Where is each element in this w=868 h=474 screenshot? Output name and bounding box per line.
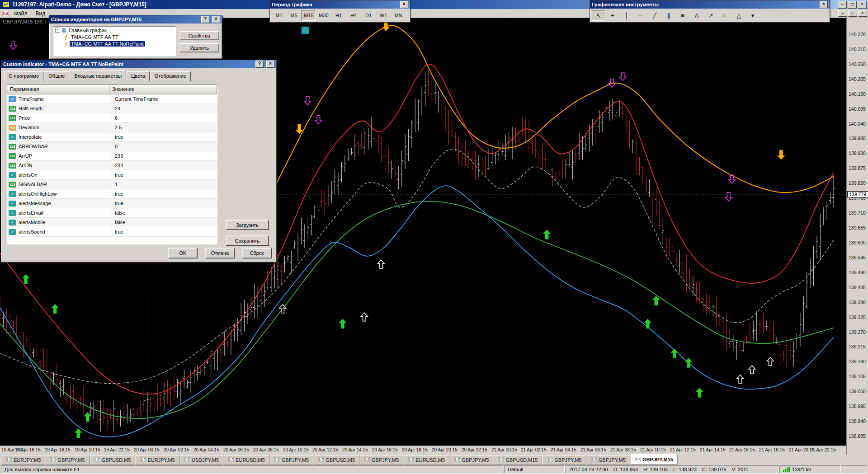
graphic-toolbar-close-icon[interactable]: ×: [820, 1, 828, 8]
close-icon[interactable]: ×: [212, 16, 220, 23]
period-h4-button[interactable]: H4: [346, 10, 361, 21]
-button[interactable]: Сброс: [242, 248, 272, 258]
ellipse-tool-button[interactable]: ○: [718, 10, 731, 21]
indicator-list-dialog-title[interactable]: Список индикаторов на GBPJPY,M15 ? ×: [49, 15, 222, 23]
parameter-value[interactable]: Current TimeFrame: [112, 96, 217, 102]
period-toolbar-close-icon[interactable]: ×: [400, 1, 408, 8]
period-m15-button[interactable]: M15: [302, 10, 316, 21]
arrow-object-tool-button[interactable]: ↗: [704, 10, 717, 21]
chart-tab-gbpjpy-m5[interactable]: GBPJPY,M5: [587, 455, 630, 465]
period-toolbar-title[interactable]: Период графика ×: [270, 0, 410, 9]
parameter-row[interactable]: ✓alertsSoundtrue: [7, 227, 217, 237]
parameter-value[interactable]: true: [112, 201, 217, 206]
price-axis[interactable]: 139.779 140.370140.315140.260140.205140.…: [846, 18, 868, 455]
triangle-tool-button[interactable]: △: [732, 10, 745, 21]
more-tool-button[interactable]: ▾: [746, 10, 760, 21]
horizontal-line-tool-button[interactable]: ─: [634, 10, 647, 21]
-button[interactable]: Загрузить: [226, 220, 269, 230]
-button[interactable]: Свойства: [179, 31, 219, 40]
graphic-toolbar-title[interactable]: Графические инструменты ×: [590, 0, 830, 9]
indicator-item[interactable]: ƒTMA+CG MTF AA TT: [53, 33, 175, 40]
period-m1-button[interactable]: M1: [272, 10, 286, 21]
time-axis[interactable]: 19 Apr 201719 Apr 16:1519 Apr 18:1519 Ap…: [0, 446, 846, 455]
-button[interactable]: Удалить: [179, 43, 219, 52]
-button[interactable]: Отмена: [205, 248, 235, 258]
equidistant-channel-tool-button[interactable]: ∥: [662, 10, 675, 21]
trendline-tool-button[interactable]: ╱: [648, 10, 661, 21]
chart-tab-gbpjpy-m5[interactable]: GBPJPY,M5: [542, 455, 586, 465]
-button[interactable]: Сохранить: [226, 235, 269, 246]
parameter-row[interactable]: 123ARROWBAR0: [7, 142, 217, 151]
chart-tab-gbpjpy-m5[interactable]: GBPJPY,M5: [46, 455, 89, 465]
menu-item-[interactable]: Вид: [32, 9, 50, 18]
tree-root-item[interactable]: −▦Главный график: [53, 27, 175, 33]
chart-tab-gbpjpy-m5[interactable]: GBPJPY,M5: [270, 455, 313, 465]
chart-tab-eurjpy-m5[interactable]: EURJPY,M5: [136, 455, 179, 465]
parameter-row[interactable]: 123SIGNALBAR1: [7, 180, 217, 189]
tab-[interactable]: Цвета: [127, 71, 150, 81]
chart-tab-eurusd-m5[interactable]: EURUSD,M5: [224, 455, 269, 465]
period-mn-button[interactable]: MN: [391, 10, 406, 21]
chart-tab-usdjpy-m5[interactable]: USDJPY,M5: [180, 455, 223, 465]
parameter-value[interactable]: false: [112, 220, 217, 225]
parameter-value[interactable]: false: [112, 210, 217, 216]
parameter-row[interactable]: ✓alertsMobilefalse: [7, 218, 217, 227]
crosshair-tool-button[interactable]: +: [606, 10, 619, 21]
window-close-button[interactable]: ×: [858, 1, 867, 9]
chart-tab-gbpusd-m5[interactable]: GBPUSD,M5: [314, 455, 359, 465]
parameter-row[interactable]: 123ArrDN234: [7, 161, 217, 170]
parameter-row[interactable]: ✓alertsOnHighLowtrue: [7, 189, 217, 199]
tab-[interactable]: Отображение: [150, 71, 191, 81]
parameter-row[interactable]: 0.5Deviation2.5: [7, 123, 217, 132]
close-icon[interactable]: ×: [266, 61, 274, 68]
parameters-table[interactable]: ПеременнаяЗначениеabTimeFrameCurrent Tim…: [7, 84, 217, 244]
help-icon[interactable]: ?: [255, 61, 264, 68]
fibonacci-tool-button[interactable]: ≡: [676, 10, 689, 21]
chart-tab-gbpusd-m5[interactable]: GBPUSD,M5: [90, 455, 136, 465]
window-minimize-button[interactable]: –: [838, 1, 847, 9]
mdi-maximize-button[interactable]: □: [848, 10, 857, 17]
status-profile[interactable]: Default: [504, 465, 565, 474]
cursor-tool-button[interactable]: ↖: [592, 10, 605, 21]
parameter-value[interactable]: 233: [112, 153, 217, 159]
parameter-value[interactable]: 0: [112, 144, 217, 149]
period-h1-button[interactable]: H1: [331, 10, 346, 21]
indicator-item[interactable]: ƒTMA+CG MTF AA TT NoRePaint: [53, 40, 175, 47]
parameter-value[interactable]: 1: [112, 182, 217, 187]
chart-tab-gbpjpy-m5[interactable]: GBPJPY,M5: [450, 455, 493, 465]
parameter-value[interactable]: 234: [112, 163, 217, 168]
period-m5-button[interactable]: M5: [287, 10, 301, 21]
indicator-list[interactable]: −▦Главный графикƒTMA+CG MTF AA TTƒTMA+CG…: [53, 26, 176, 56]
ok-button[interactable]: OK: [168, 248, 198, 258]
parameter-row[interactable]: 123HalfLength24: [7, 104, 217, 113]
mdi-minimize-button[interactable]: –: [838, 10, 847, 17]
window-maximize-button[interactable]: □: [848, 1, 857, 9]
menu-item-[interactable]: Файл: [10, 9, 32, 18]
parameter-value[interactable]: true: [112, 191, 217, 197]
parameter-value[interactable]: true: [112, 229, 217, 235]
parameter-row[interactable]: 123Price6: [7, 113, 217, 123]
mdi-close-button[interactable]: ×: [858, 10, 867, 17]
tab-[interactable]: О программе: [4, 71, 43, 81]
period-w1-button[interactable]: W1: [376, 10, 391, 21]
period-d1-button[interactable]: D1: [361, 10, 376, 21]
parameter-value[interactable]: true: [112, 172, 217, 178]
parameter-value[interactable]: 6: [112, 115, 217, 121]
parameter-row[interactable]: ✓Interpolatetrue: [7, 132, 217, 142]
parameter-value[interactable]: true: [112, 134, 217, 140]
help-icon[interactable]: ?: [201, 16, 209, 23]
tree-expand-icon[interactable]: −: [55, 28, 60, 33]
chart-tab-eurjpy-m5[interactable]: EURJPY,M5: [2, 455, 45, 465]
chart-tab-eurusd-m5[interactable]: EURUSD,M5: [404, 455, 449, 465]
chart-tab-gbpjpy-m5[interactable]: GBPJPY,M5: [360, 455, 403, 465]
tab-[interactable]: Общие: [44, 71, 69, 81]
parameter-value[interactable]: 2.5: [112, 125, 217, 130]
parameter-row[interactable]: ✓alertsOntrue: [7, 170, 217, 180]
chart-tab-gbpusd-m15[interactable]: GBPUSD,M15: [494, 455, 542, 465]
parameter-row[interactable]: ✓alertsEmailfalse: [7, 208, 217, 218]
tab-[interactable]: Входные параметры: [70, 70, 126, 81]
custom-indicator-dialog-title[interactable]: Custom Indicator - TMA+CG MTF AA TT NoRe…: [1, 60, 276, 68]
text-tool-button[interactable]: A: [690, 10, 703, 21]
chart-tab-gbpjpy-m15[interactable]: GBPJPY,M15: [631, 454, 678, 465]
parameter-row[interactable]: ✓alertsMessagetrue: [7, 199, 217, 208]
